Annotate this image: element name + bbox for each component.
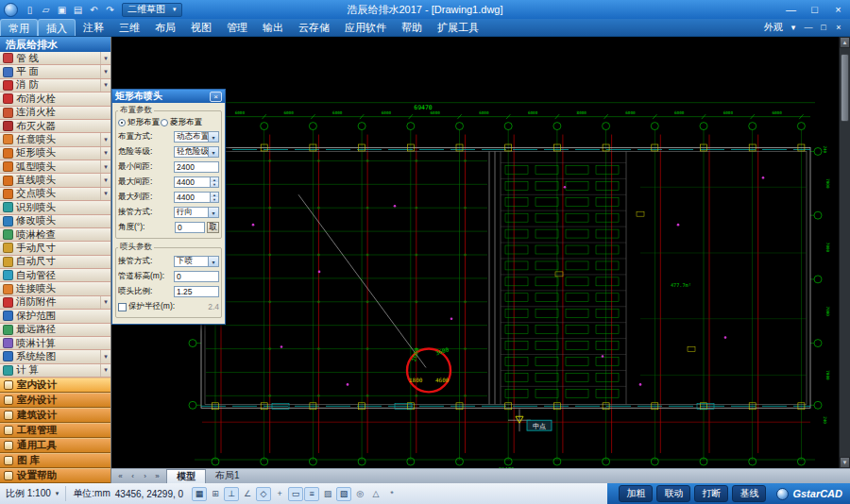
ribbon-tab[interactable]: 三维	[111, 19, 147, 36]
doc-close-button[interactable]: ×	[832, 23, 845, 32]
sidebar-group[interactable]: 通用工具	[0, 438, 110, 453]
annotation-icon[interactable]: △	[368, 487, 383, 501]
dropdown-arrow-icon[interactable]: ▾	[208, 147, 218, 157]
pipe-elevation-field[interactable]: 0	[174, 271, 219, 282]
hazard-level-combo[interactable]: 轻危险级▾	[174, 146, 219, 158]
sidebar-group[interactable]: 工程管理	[0, 423, 110, 438]
undo-icon[interactable]: ↶	[86, 2, 102, 17]
ortho-icon[interactable]: ⊥	[224, 487, 239, 501]
toggle-button[interactable]: 打断	[694, 485, 728, 502]
sidebar-group[interactable]: 图 库	[0, 453, 110, 468]
layout-mode-combo[interactable]: 动态布置▾	[174, 131, 219, 143]
toggle-button[interactable]: 联动	[656, 485, 690, 502]
sidebar-item[interactable]: 手动尺寸	[0, 242, 110, 255]
last-layout-icon[interactable]: »	[152, 472, 162, 480]
dynamic-input-icon[interactable]: ▭	[288, 487, 303, 501]
polar-icon[interactable]: ∠	[240, 487, 255, 501]
sidebar-item[interactable]: 识别喷头	[0, 201, 110, 214]
vertical-scrollbar[interactable]: ▲ ▼	[839, 37, 850, 468]
sidebar-item[interactable]: 喷淋检查	[0, 228, 110, 242]
spinner-buttons[interactable]: ▲▼	[210, 193, 218, 202]
max-column-field[interactable]: 4400▲▼	[174, 192, 219, 203]
save-icon[interactable]: ▣	[54, 2, 70, 17]
open-file-icon[interactable]: ▱	[38, 2, 54, 17]
ribbon-tab[interactable]: 插入	[38, 19, 76, 36]
sidebar-group[interactable]: 设置帮助	[0, 468, 110, 483]
tab-model[interactable]: 模型	[166, 469, 206, 483]
ribbon-tab[interactable]: 管理	[219, 19, 255, 36]
print-icon[interactable]: ▤	[70, 2, 86, 17]
ribbon-tab[interactable]: 云存储	[291, 19, 337, 36]
sidebar-item[interactable]: 连消火栓	[0, 107, 110, 120]
sidebar-item[interactable]: 系统绘图▾	[0, 350, 110, 363]
sidebar-item[interactable]: 连接喷头	[0, 282, 110, 295]
sidebar-item[interactable]: 消 防▾	[0, 79, 110, 92]
ribbon-tab[interactable]: 布局	[147, 19, 183, 36]
ribbon-tab[interactable]: 注释	[76, 19, 111, 36]
sidebar-group[interactable]: 建筑设计	[0, 408, 110, 423]
doc-minimize-button[interactable]: —	[802, 23, 815, 32]
snap-icon[interactable]: ⊞	[208, 487, 223, 501]
drawing-canvas[interactable]: 6000600060006000600060006000800060006000…	[111, 37, 839, 468]
scroll-down-icon[interactable]: ▼	[840, 457, 850, 468]
appearance-caret-icon[interactable]: ▾	[787, 23, 800, 32]
new-file-icon[interactable]: ▯	[22, 2, 38, 17]
sidebar-item[interactable]: 布灭火器	[0, 120, 110, 133]
maximize-button[interactable]: □	[803, 2, 826, 18]
sidebar-item[interactable]: 消防附件▾	[0, 296, 110, 310]
sidebar-item[interactable]: 喷淋计算	[0, 337, 110, 350]
toggle-button[interactable]: 加粗	[619, 485, 653, 502]
chevron-down-icon[interactable]: ▾	[100, 188, 110, 200]
appearance-label[interactable]: 外观	[764, 21, 783, 34]
ribbon-tab[interactable]: 常用	[0, 19, 38, 36]
first-layout-icon[interactable]: «	[115, 472, 126, 480]
sidebar-group[interactable]: 室内设计	[0, 378, 110, 393]
chevron-down-icon[interactable]: ▾	[100, 65, 110, 77]
sidebar-item[interactable]: 矩形喷头▾	[0, 147, 110, 160]
min-spacing-field[interactable]: 2400	[174, 161, 219, 173]
dropdown-arrow-icon[interactable]: ▾	[208, 208, 218, 217]
chevron-down-icon[interactable]: ▾	[100, 364, 110, 377]
quick-properties-icon[interactable]: ▧	[336, 487, 351, 501]
sidebar-group[interactable]: 室外设计	[0, 393, 110, 408]
chevron-down-icon[interactable]: ▾	[100, 174, 110, 186]
max-spacing-field[interactable]: 4400▲▼	[174, 176, 219, 188]
sidebar-item[interactable]: 平 面▾	[0, 65, 110, 78]
spinner-buttons[interactable]: ▲▼	[210, 177, 218, 187]
sidebar-item[interactable]: 管 线▾	[0, 52, 110, 65]
sidebar-item[interactable]: 任意喷头▾	[0, 133, 110, 146]
doc-restore-button[interactable]: □	[817, 23, 830, 32]
chevron-down-icon[interactable]: ▾	[100, 52, 110, 64]
ribbon-tab[interactable]: 视图	[183, 19, 219, 36]
chevron-down-icon[interactable]: ▾	[100, 160, 110, 173]
chevron-down-icon[interactable]: ▾	[100, 350, 110, 362]
pick-angle-button[interactable]: 取	[207, 222, 219, 233]
prev-layout-icon[interactable]: ‹	[128, 472, 138, 480]
next-layout-icon[interactable]: ›	[140, 472, 150, 480]
close-button[interactable]: ×	[826, 2, 850, 18]
minimize-button[interactable]: —	[779, 2, 803, 18]
chevron-down-icon[interactable]: ▾	[100, 133, 110, 145]
chevron-down-icon[interactable]: ▾	[100, 79, 110, 92]
ribbon-tab[interactable]: 输出	[255, 19, 291, 36]
ribbon-tab[interactable]: 帮助	[394, 19, 430, 36]
sidebar-item[interactable]: 布消火栓	[0, 92, 110, 106]
radio-diamond-layout[interactable]	[161, 119, 168, 126]
ribbon-tab[interactable]: 扩展工具	[430, 19, 486, 36]
scroll-up-icon[interactable]: ▲	[840, 37, 850, 48]
transparency-icon[interactable]: ▨	[320, 487, 335, 501]
app-logo[interactable]	[4, 3, 18, 17]
redo-icon[interactable]: ↷	[102, 2, 118, 17]
sidebar-item[interactable]: 直线喷头▾	[0, 174, 110, 187]
dialog-title-bar[interactable]: 矩形布喷头 ×	[112, 90, 225, 103]
sidebar-item[interactable]: 计 算▾	[0, 364, 110, 378]
dropdown-arrow-icon[interactable]: ▾	[208, 257, 218, 266]
ribbon-tab[interactable]: 应用软件	[337, 19, 394, 36]
sidebar-item[interactable]: 交点喷头▾	[0, 188, 110, 201]
dropdown-arrow-icon[interactable]: ▾	[208, 132, 218, 142]
lineweight-icon[interactable]: ≡	[304, 487, 319, 501]
sidebar-item[interactable]: 弧型喷头▾	[0, 160, 110, 174]
grid-icon[interactable]: ▦	[192, 487, 207, 501]
toggle-button[interactable]: 基线	[732, 485, 766, 502]
sidebar-item[interactable]: 保护范围	[0, 310, 110, 323]
